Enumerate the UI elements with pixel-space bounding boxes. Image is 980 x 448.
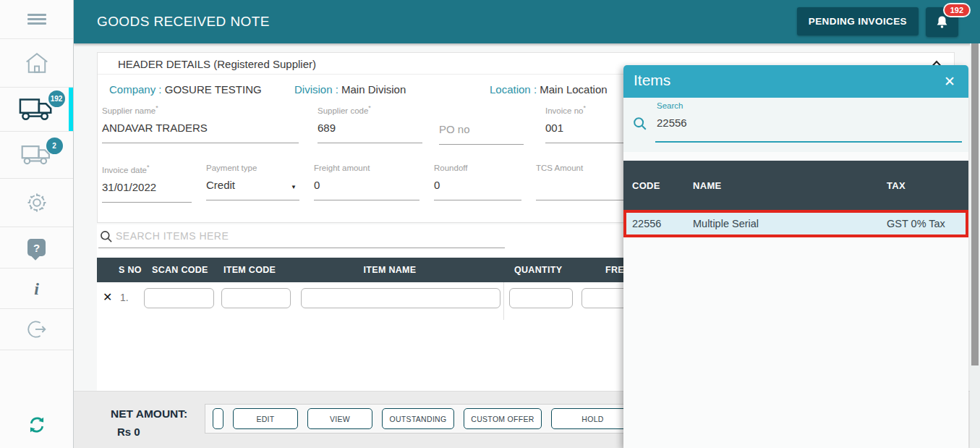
- items-search-label: Search: [657, 101, 683, 110]
- item-code: 22556: [632, 218, 661, 229]
- roundoff-field[interactable]: Roundoff 0: [434, 164, 521, 203]
- supplier-name-field[interactable]: Supplier name* ANDAVAR TRADERS: [102, 104, 299, 145]
- custom-offer-button[interactable]: CUSTOM OFFER: [464, 408, 542, 429]
- help-icon: ?: [27, 239, 46, 256]
- column-name: NAME: [693, 180, 721, 191]
- po-no-placeholder: PO no: [439, 123, 524, 138]
- scrollbar-thumb[interactable]: [971, 43, 979, 365]
- info-icon: i: [34, 280, 39, 297]
- location-label: Location :: [490, 83, 537, 96]
- net-amount-label: NET AMOUNT:: [111, 407, 187, 420]
- freight-amount-value: 0: [314, 179, 419, 193]
- notifications-button[interactable]: 192: [926, 7, 958, 37]
- items-search-input[interactable]: [657, 114, 946, 132]
- purchase-return-badge: 2: [46, 138, 63, 154]
- edit-button[interactable]: EDIT: [233, 408, 298, 429]
- app-screen: 192 2 ? i: [0, 0, 980, 448]
- invoice-date-field[interactable]: Invoice date* 31/01/2022: [102, 164, 192, 203]
- page-title: GOODS RECEIVED NOTE: [97, 0, 270, 43]
- sync-button[interactable]: [0, 407, 73, 442]
- items-dialog-title: Items: [634, 72, 670, 89]
- sync-icon: [25, 413, 48, 436]
- roundoff-value: 0: [434, 179, 521, 193]
- po-no-field[interactable]: PO no: [439, 104, 524, 145]
- sidebar-item-home[interactable]: [0, 39, 73, 88]
- column-tax: TAX: [887, 180, 906, 191]
- goods-received-badge: 192: [48, 90, 65, 107]
- item-code-input[interactable]: [221, 288, 291, 308]
- item-name-input[interactable]: [301, 288, 500, 308]
- view-button[interactable]: VIEW: [307, 408, 372, 429]
- company-label: Company :: [109, 83, 162, 96]
- delete-row-icon[interactable]: ✕: [103, 290, 112, 304]
- logout-icon: [25, 318, 48, 341]
- item-name: Multiple Serial: [693, 218, 759, 229]
- item-tax: GST 0% Tax: [887, 218, 945, 229]
- hold-button[interactable]: HOLD: [551, 408, 634, 429]
- column-quantity: QUANTITY: [514, 265, 562, 275]
- search-icon: [99, 229, 114, 244]
- menu-button[interactable]: [0, 0, 73, 39]
- freight-amount-field[interactable]: Freight amount 0: [314, 164, 419, 203]
- items-dialog-header: Items ✕: [623, 65, 968, 98]
- items-dialog: Items ✕ Search CODE NAME TAX 22556 Multi…: [623, 65, 968, 448]
- sidebar-item-purchase-return[interactable]: 2: [0, 132, 73, 179]
- items-search-section: Search: [623, 98, 968, 152]
- vertical-scrollbar[interactable]: [970, 43, 980, 448]
- top-header-bar: GOODS RECEIVED NOTE PENDING INVOICES 192: [74, 0, 980, 43]
- payment-type-value: Credit: [206, 179, 299, 193]
- column-item-code: ITEM CODE: [223, 265, 276, 275]
- sidebar-item-settings[interactable]: [0, 179, 73, 227]
- sidebar-item-info[interactable]: i: [0, 269, 73, 309]
- notification-count-badge: 192: [943, 3, 971, 17]
- items-result-row-highlighted[interactable]: 22556 Multiple Serial GST 0% Tax: [623, 210, 968, 237]
- payment-type-select[interactable]: Payment type Credit ▼: [206, 164, 299, 203]
- company-value: GOSURE TESTING: [165, 83, 262, 96]
- division-label: Division :: [294, 83, 338, 96]
- header-details-title: HEADER DETAILS (Registered Supplier): [118, 58, 316, 70]
- search-items-input[interactable]: [116, 227, 503, 245]
- column-code: CODE: [632, 180, 660, 191]
- pending-invoices-button[interactable]: PENDING INVOICES: [797, 7, 919, 35]
- supplier-name-value: ANDAVAR TRADERS: [102, 122, 299, 136]
- sidebar-item-logout[interactable]: [0, 309, 73, 350]
- row-number: 1.: [120, 292, 129, 303]
- sidebar: 192 2 ? i: [0, 0, 74, 448]
- location-value: Main Location: [540, 83, 607, 96]
- supplier-code-value: 689: [318, 122, 422, 136]
- items-grid-header: CODE NAME TAX: [623, 161, 968, 210]
- division-value: Main Division: [341, 83, 406, 96]
- quantity-input[interactable]: [509, 288, 573, 308]
- invoice-date-value: 31/01/2022: [102, 181, 192, 195]
- home-icon: [24, 51, 50, 75]
- active-indicator: [69, 88, 73, 131]
- sidebar-item-help[interactable]: ?: [0, 227, 73, 269]
- column-sno: S NO: [119, 265, 142, 275]
- hamburger-icon: [27, 12, 46, 27]
- net-amount-value: Rs 0: [117, 426, 140, 438]
- collapsed-action-button[interactable]: [213, 408, 223, 429]
- close-icon[interactable]: ✕: [944, 73, 955, 90]
- outstanding-button[interactable]: OUTSTANDING: [382, 408, 454, 429]
- column-scan-code: SCAN CODE: [152, 265, 208, 275]
- gear-icon: [25, 190, 49, 215]
- search-icon: [632, 116, 648, 132]
- supplier-code-field[interactable]: Supplier code* 689: [318, 104, 422, 145]
- dropdown-arrow-icon: ▼: [291, 184, 297, 190]
- sidebar-item-goods-received[interactable]: 192: [0, 88, 73, 132]
- scan-code-input[interactable]: [144, 288, 214, 308]
- column-item-name: ITEM NAME: [343, 265, 437, 275]
